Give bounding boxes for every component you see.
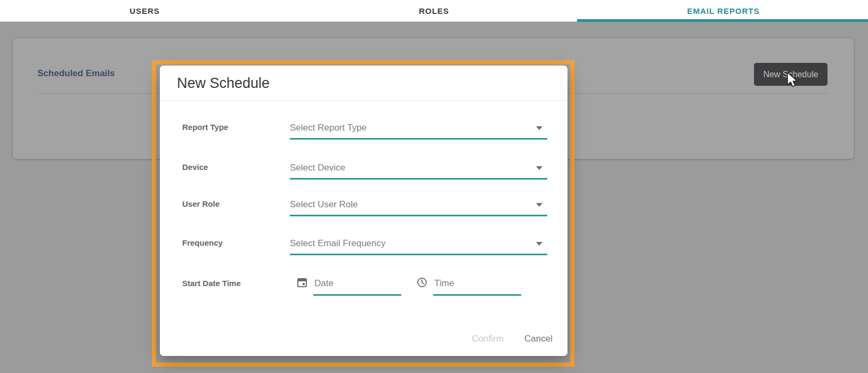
chevron-down-icon	[536, 126, 542, 130]
device-label: Device	[182, 163, 208, 172]
field-underline	[290, 215, 547, 216]
frequency-placeholder: Select Email Frequency	[290, 238, 386, 249]
time-input[interactable]: Time	[434, 278, 454, 289]
user-role-placeholder: Select User Role	[290, 199, 358, 210]
chevron-down-icon	[536, 242, 542, 246]
app-screen: USERS ROLES EMAIL REPORTS Scheduled Emai…	[0, 0, 868, 373]
frequency-select[interactable]: Select Email Frequency	[290, 233, 547, 254]
confirm-button[interactable]: Confirm	[472, 334, 504, 344]
dialog-title: New Schedule	[177, 74, 270, 92]
field-underline	[290, 138, 547, 140]
calendar-icon	[296, 277, 308, 288]
time-field-underline	[433, 294, 521, 296]
chevron-down-icon	[536, 166, 542, 170]
device-select[interactable]: Select Device	[290, 157, 547, 179]
field-underline	[290, 178, 547, 180]
start-date-time-label: Start Date Time	[182, 279, 241, 288]
chevron-down-icon	[536, 203, 542, 207]
new-schedule-button[interactable]: New Schedule	[754, 63, 828, 86]
user-role-select[interactable]: Select User Role	[290, 194, 547, 215]
field-underline	[290, 254, 547, 255]
frequency-label: Frequency	[182, 238, 223, 247]
top-tab-bar: USERS ROLES EMAIL REPORTS	[0, 0, 868, 22]
active-tab-indicator	[577, 19, 868, 22]
report-type-select[interactable]: Select Report Type	[290, 117, 547, 139]
tab-email-reports[interactable]: EMAIL REPORTS	[579, 0, 868, 21]
date-field-underline	[313, 294, 401, 296]
user-role-label: User Role	[182, 199, 220, 208]
new-schedule-dialog: New Schedule Report Type Select Report T…	[160, 66, 567, 356]
tab-users[interactable]: USERS	[0, 0, 289, 21]
dialog-actions: Confirm Cancel	[472, 334, 553, 344]
dialog-title-divider	[160, 100, 567, 101]
tab-roles[interactable]: ROLES	[289, 0, 579, 21]
date-input[interactable]: Date	[314, 278, 334, 289]
device-placeholder: Select Device	[290, 163, 345, 173]
report-type-placeholder: Select Report Type	[290, 123, 367, 133]
clock-icon	[416, 277, 428, 288]
cancel-button[interactable]: Cancel	[524, 334, 553, 344]
card-title: Scheduled Emails	[37, 68, 115, 79]
report-type-label: Report Type	[182, 123, 228, 132]
